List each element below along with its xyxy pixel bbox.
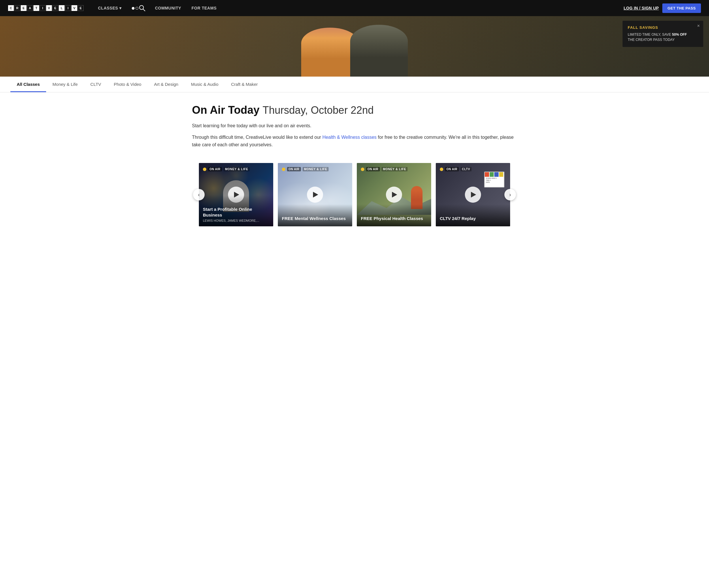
logo-letter-t: T — [33, 5, 39, 11]
card-1-footer: Start a Profitable Online Business LEWIS… — [199, 195, 273, 226]
hero-person-right — [350, 25, 408, 77]
logo-letter-v2: V — [72, 5, 77, 11]
card-2-title: FREE Mental Wellness Classes — [282, 216, 348, 221]
tab-photo-video[interactable]: Photo & Video — [107, 77, 148, 92]
carousel-prev-button[interactable]: ‹ — [193, 189, 205, 200]
search-icon[interactable]: ●○ — [127, 4, 150, 12]
logo-letter-a: A — [27, 5, 33, 11]
card-4-footer: CLTV 24/7 Replay — [436, 204, 510, 227]
intro-text: Start learning for free today with our l… — [192, 123, 311, 128]
nav-classes[interactable]: CLASSES ▾ — [93, 0, 127, 16]
on-air-dot — [203, 168, 206, 171]
tab-craft-maker[interactable]: Craft & Maker — [225, 77, 264, 92]
stripe-blue — [494, 172, 499, 177]
logo-letter-l: L — [59, 5, 64, 11]
on-air-dot-3 — [361, 168, 364, 171]
video-card-3[interactable]: ON AIR MONEY & LIFE FREE Physical Health… — [357, 163, 431, 226]
card-3-title: FREE Physical Health Classes — [361, 216, 427, 221]
nav-community[interactable]: COMMUNITY — [150, 0, 186, 16]
on-air-dot-4 — [440, 168, 443, 171]
nav-right: LOG IN / SIGN UP GET THE PASS — [624, 3, 701, 13]
clapboard-body: SCENE VIDEO 1 TAKE 1 DATE — [485, 177, 504, 184]
cards-row: ON AIR MONEY & LIFE Start a Profitable O… — [199, 163, 510, 226]
card-4-clapboard: SCENE VIDEO 1 TAKE 1 DATE — [484, 172, 504, 188]
card-4-category: CLTV — [461, 167, 472, 171]
tab-music-audio[interactable]: Music & Audio — [185, 77, 225, 92]
logo-letter-v: V — [46, 5, 52, 11]
card-4-title: CLTV 24/7 Replay — [440, 216, 506, 221]
tab-cltv[interactable]: CLTV — [84, 77, 107, 92]
card-3-badge: ON AIR MONEY & LIFE — [361, 167, 408, 171]
health-wellness-link[interactable]: Health & Wellness classes — [322, 135, 376, 140]
stripe-yellow — [499, 172, 504, 177]
tab-money-life[interactable]: Money & Life — [46, 77, 84, 92]
category-tabs: All Classes Money & Life CLTV Photo & Vi… — [0, 77, 709, 92]
on-air-date: Thursday, October 22nd — [263, 104, 374, 116]
popup-body-post: THE CREATOR PASS TODAY — [628, 38, 675, 42]
on-air-label: ON AIR — [208, 167, 222, 171]
on-air-label-3: ON AIR — [366, 167, 380, 171]
hero-figures — [0, 16, 709, 77]
clapboard-top — [485, 172, 504, 177]
stripe-green — [490, 172, 495, 177]
body-pre: Through this difficult time, CreativeLiv… — [192, 135, 321, 140]
logo-letter-e2: E — [52, 5, 58, 11]
carousel-next-button[interactable]: › — [504, 189, 516, 200]
play-icon-2 — [313, 192, 318, 198]
popup-close-button[interactable]: × — [697, 24, 700, 28]
navbar: C R E A T I V E L I V E CLASSES ▾ ●○ COM… — [0, 0, 709, 16]
intro-paragraph: Start learning for free today with our l… — [192, 122, 517, 130]
cards-section: ‹ ON AIR MONEY & LIFE — [192, 163, 517, 226]
card-4-badge: ON AIR CLTV — [440, 167, 472, 171]
video-card-4[interactable]: SCENE VIDEO 1 TAKE 1 DATE ON AIR CLTV — [436, 163, 510, 226]
nav-links: CLASSES ▾ ●○ COMMUNITY FOR TEAMS — [93, 0, 624, 16]
hero-banner: × FALL SAVINGS LIMITED TIME ONLY, SAVE 5… — [0, 16, 709, 77]
chevron-left-icon: ‹ — [198, 192, 200, 198]
logo-letter-e: E — [21, 5, 27, 11]
chevron-right-icon: › — [509, 192, 511, 198]
popup-title: FALL SAVINGS — [628, 25, 693, 30]
logo-letter-c: C — [8, 5, 14, 11]
main-content: On Air Today Thursday, October 22nd Star… — [182, 92, 527, 226]
chevron-down-icon: ▾ — [119, 6, 122, 10]
video-card-1[interactable]: ON AIR MONEY & LIFE Start a Profitable O… — [199, 163, 273, 226]
popup-body-pre: LIMITED TIME ONLY, SAVE — [628, 32, 672, 36]
on-air-label-4: ON AIR — [445, 167, 459, 171]
card-2-play-button[interactable] — [307, 187, 323, 203]
on-air-bold: On Air Today — [192, 104, 259, 116]
logo-letter-i2: I — [65, 5, 71, 11]
body-paragraph: Through this difficult time, CreativeLiv… — [192, 134, 517, 149]
get-pass-button[interactable]: GET THE PASS — [662, 3, 701, 13]
card-2-footer: FREE Mental Wellness Classes — [278, 204, 352, 227]
nav-for-teams[interactable]: FOR TEAMS — [186, 0, 222, 16]
card-1-badge: ON AIR MONEY & LIFE — [203, 167, 250, 171]
popup-body: LIMITED TIME ONLY, SAVE 50% OFF THE CREA… — [628, 32, 693, 42]
card-3-footer: FREE Physical Health Classes — [357, 204, 431, 227]
logo-letter-e3: E — [78, 5, 84, 11]
card-2-category: MONEY & LIFE — [303, 167, 329, 171]
on-air-dot-2 — [282, 168, 285, 171]
logo-letter-i: I — [40, 5, 46, 11]
card-3-play-button[interactable] — [386, 187, 402, 203]
card-1-subtitle: LEWIS HOWES, JAMES WEDMORE,... — [203, 219, 269, 222]
play-icon-3 — [392, 192, 397, 198]
logo-letter-r: R — [15, 5, 20, 11]
login-link[interactable]: LOG IN / SIGN UP — [624, 6, 659, 10]
popup-discount: 50% OFF — [672, 32, 687, 36]
play-icon-4 — [471, 192, 476, 198]
video-card-2[interactable]: ON AIR MONEY & LIFE FREE Mental Wellness… — [278, 163, 352, 226]
tab-all-classes[interactable]: All Classes — [10, 77, 46, 92]
logo[interactable]: C R E A T I V E L I V E — [8, 5, 84, 11]
on-air-heading: On Air Today Thursday, October 22nd — [192, 104, 517, 116]
cards-outer: ‹ ON AIR MONEY & LIFE — [199, 163, 510, 226]
tab-art-design[interactable]: Art & Design — [148, 77, 184, 92]
card-3-category: MONEY & LIFE — [382, 167, 408, 171]
fall-savings-popup: × FALL SAVINGS LIMITED TIME ONLY, SAVE 5… — [623, 21, 703, 47]
stripe-red — [485, 172, 490, 177]
card-1-category: MONEY & LIFE — [224, 167, 250, 171]
on-air-label-2: ON AIR — [287, 167, 301, 171]
card-2-badge: ON AIR MONEY & LIFE — [282, 167, 329, 171]
svg-line-1 — [143, 9, 145, 11]
card-1-title: Start a Profitable Online Business — [203, 206, 269, 218]
card-4-play-button[interactable] — [465, 187, 481, 203]
